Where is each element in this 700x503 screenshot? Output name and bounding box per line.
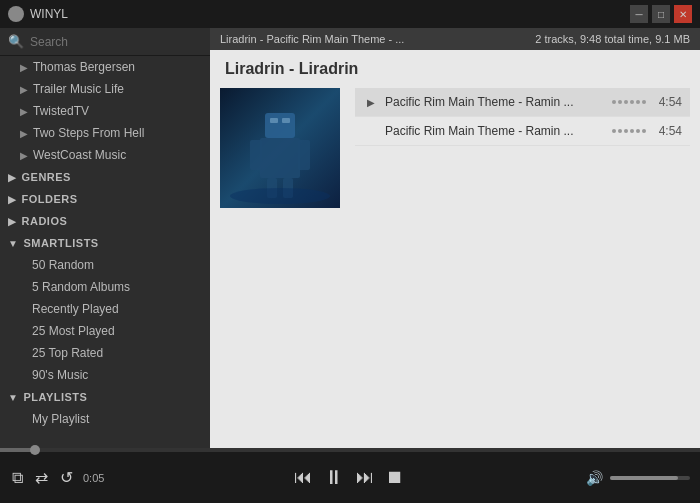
- prev-button[interactable]: ⏮: [292, 465, 314, 490]
- svg-rect-5: [298, 140, 310, 170]
- sidebar-item-two-steps-from-hell[interactable]: ▶ Two Steps From Hell: [0, 122, 210, 144]
- radios-label: RADIOS: [22, 215, 68, 227]
- repeat-button[interactable]: ↺: [58, 466, 75, 489]
- radios-section[interactable]: ▶ RADIOS: [0, 210, 210, 232]
- time-display: 0:05: [83, 472, 113, 484]
- table-row[interactable]: ▶ Pacific Rim Main Theme - Ramin ... 4:5…: [355, 88, 690, 117]
- expand-arrow: ▶: [20, 84, 28, 95]
- volume-slider[interactable]: [610, 476, 690, 480]
- expand-arrow: ▶: [20, 150, 28, 161]
- sidebar-item-twistedtv[interactable]: ▶ TwistedTV: [0, 100, 210, 122]
- dot: [642, 129, 646, 133]
- album-art: [220, 88, 340, 208]
- smartlist-25-most-played[interactable]: 25 Most Played: [0, 320, 210, 342]
- expand-arrow: ▶: [20, 128, 28, 139]
- artist-label: Thomas Bergersen: [33, 60, 135, 74]
- progress-handle[interactable]: [30, 445, 40, 455]
- track-name: Pacific Rim Main Theme - Ramin ...: [385, 124, 604, 138]
- minimize-button[interactable]: ─: [630, 5, 648, 23]
- track-duration: 4:54: [654, 124, 682, 138]
- folders-section[interactable]: ▶ FOLDERS: [0, 188, 210, 210]
- stop-button[interactable]: ⏹: [384, 465, 406, 490]
- content-area: Liradrin - Pacific Rim Main Theme - ... …: [210, 28, 700, 448]
- dot: [618, 100, 622, 104]
- title-bar: WINYL ─ □ ✕: [0, 0, 700, 28]
- search-input[interactable]: [30, 35, 202, 49]
- svg-rect-3: [260, 138, 300, 178]
- bottom-bar: ⧉ ⇄ ↺ 0:05 ⏮ ⏸ ⏭ ⏹ 🔊: [0, 448, 700, 503]
- dot: [636, 100, 640, 104]
- sidebar-item-trailer-music-life[interactable]: ▶ Trailer Music Life: [0, 78, 210, 100]
- track-name: Pacific Rim Main Theme - Ramin ...: [385, 95, 604, 109]
- artist-label: WestCoast Music: [33, 148, 126, 162]
- smartlist-recently-played[interactable]: Recently Played: [0, 298, 210, 320]
- smartlist-50-random[interactable]: 50 Random: [0, 254, 210, 276]
- app-title: WINYL: [30, 7, 68, 21]
- controls-row: ⧉ ⇄ ↺ 0:05 ⏮ ⏸ ⏭ ⏹ 🔊: [0, 452, 700, 503]
- volume-section: 🔊: [584, 468, 690, 488]
- track-list: ▶ Pacific Rim Main Theme - Ramin ... 4:5…: [355, 88, 690, 208]
- album-art-inner: [220, 88, 340, 208]
- smartlist-25-top-rated[interactable]: 25 Top Rated: [0, 342, 210, 364]
- title-bar-left: WINYL: [8, 6, 68, 22]
- expand-arrow: ▶: [20, 106, 28, 117]
- smartlists-label: SMARTLISTS: [23, 237, 98, 249]
- close-button[interactable]: ✕: [674, 5, 692, 23]
- album-title: Liradrin - Liradrin: [220, 60, 690, 78]
- svg-point-10: [230, 188, 330, 204]
- next-button[interactable]: ⏭: [354, 465, 376, 490]
- main-container: 🔍 ▶ Thomas Bergersen ▶ Trailer Music Lif…: [0, 28, 700, 448]
- sidebar-content: 🔍 ▶ Thomas Bergersen ▶ Trailer Music Lif…: [0, 28, 210, 448]
- expand-arrow: ▶: [20, 62, 28, 73]
- progress-bar[interactable]: [0, 448, 700, 452]
- sidebar-item-westcoast-music[interactable]: ▶ WestCoast Music: [0, 144, 210, 166]
- now-playing-text: Liradrin - Pacific Rim Main Theme - ...: [220, 33, 404, 45]
- section-arrow: ▶: [8, 194, 17, 205]
- app-icon: [8, 6, 24, 22]
- sidebar-item-thomas-bergersen[interactable]: ▶ Thomas Bergersen: [0, 56, 210, 78]
- search-row[interactable]: 🔍: [0, 28, 210, 56]
- maximize-button[interactable]: □: [652, 5, 670, 23]
- equalizer-button[interactable]: ⧉: [10, 467, 25, 489]
- dot: [618, 129, 622, 133]
- playlists-section[interactable]: ▼ PLAYLISTS: [0, 386, 210, 408]
- pause-button[interactable]: ⏸: [322, 464, 346, 491]
- playlists-label: PLAYLISTS: [23, 391, 87, 403]
- track-duration: 4:54: [654, 95, 682, 109]
- shuffle-button[interactable]: ⇄: [33, 466, 50, 489]
- track-dots: [612, 129, 646, 133]
- svg-rect-2: [265, 113, 295, 138]
- album-content: ▶ Pacific Rim Main Theme - Ramin ... 4:5…: [220, 88, 690, 208]
- track-dots: [612, 100, 646, 104]
- play-icon: ▶: [363, 94, 379, 110]
- genres-label: GENRES: [22, 171, 71, 183]
- section-arrow: ▼: [8, 392, 18, 403]
- artist-label: Two Steps From Hell: [33, 126, 144, 140]
- section-arrow: ▶: [8, 216, 17, 227]
- artists-list: ▶ Thomas Bergersen ▶ Trailer Music Life …: [0, 56, 210, 166]
- smartlist-90s-music[interactable]: 90's Music: [0, 364, 210, 386]
- dot: [642, 100, 646, 104]
- playlist-my-playlist[interactable]: My Playlist: [0, 408, 210, 430]
- table-row[interactable]: Pacific Rim Main Theme - Ramin ... 4:54: [355, 117, 690, 146]
- genres-section[interactable]: ▶ GENRES: [0, 166, 210, 188]
- album-art-svg: [220, 88, 340, 208]
- dot: [630, 100, 634, 104]
- svg-rect-4: [250, 140, 262, 170]
- smartlist-5-random-albums[interactable]: 5 Random Albums: [0, 276, 210, 298]
- dot: [636, 129, 640, 133]
- track-info-text: 2 tracks, 9:48 total time, 9.1 MB: [535, 33, 690, 45]
- album-section: Liradrin - Liradrin: [210, 50, 700, 448]
- dot: [624, 100, 628, 104]
- section-arrow: ▼: [8, 238, 18, 249]
- content-header: Liradrin - Pacific Rim Main Theme - ... …: [210, 28, 700, 50]
- folders-label: FOLDERS: [22, 193, 78, 205]
- dot: [624, 129, 628, 133]
- artist-label: Trailer Music Life: [33, 82, 124, 96]
- section-arrow: ▶: [8, 172, 17, 183]
- svg-rect-9: [282, 118, 290, 123]
- smartlists-section[interactable]: ▼ SMARTLISTS: [0, 232, 210, 254]
- volume-fill: [610, 476, 678, 480]
- volume-icon[interactable]: 🔊: [584, 468, 605, 488]
- play-icon-empty: [363, 123, 379, 139]
